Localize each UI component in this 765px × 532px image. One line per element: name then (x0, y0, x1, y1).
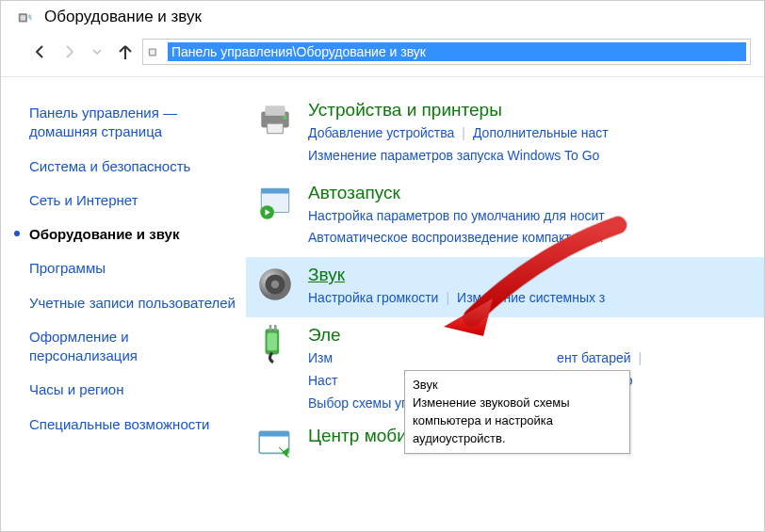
tooltip-body: Изменение звуковой схемы компьютера и на… (413, 395, 622, 448)
autoplay-icon (255, 183, 295, 222)
sidebar: Панель управления — домашняя страница Си… (1, 77, 236, 523)
sidebar-item-appearance[interactable]: Оформление и персонализация (29, 320, 236, 374)
back-button[interactable] (29, 40, 52, 63)
svg-rect-1 (21, 15, 25, 21)
power-title[interactable]: Эле (308, 325, 755, 347)
devices-link-more[interactable]: Дополнительные наст (473, 125, 609, 140)
power-link-1b[interactable]: ент батарей (557, 350, 630, 365)
devices-link-add[interactable]: Добавление устройства (308, 125, 454, 140)
devices-link-togo[interactable]: Изменение параметров запуска Windows To … (308, 148, 599, 163)
category-devices: Устройства и принтеры Добавление устройс… (246, 92, 764, 175)
hardware-sound-icon (16, 7, 37, 27)
sidebar-item-hardware[interactable]: Оборудование и звук (29, 218, 236, 251)
svg-rect-6 (268, 123, 284, 134)
svg-rect-9 (261, 188, 288, 193)
up-button[interactable] (114, 40, 137, 63)
power-link-1a[interactable]: Изм (308, 350, 333, 365)
devices-title[interactable]: Устройства и принтеры (308, 100, 755, 122)
sidebar-item-clock[interactable]: Часы и регион (29, 373, 236, 407)
printer-icon (255, 100, 295, 139)
svg-rect-15 (269, 325, 272, 330)
forward-button[interactable] (57, 40, 80, 63)
autoplay-link-cd[interactable]: Автоматическое воспроизведение компакт-д… (308, 230, 603, 245)
sidebar-home[interactable]: Панель управления — домашняя страница (29, 96, 236, 150)
svg-point-7 (283, 116, 286, 120)
navbar: Панель управления\Оборудование и звук (1, 31, 764, 77)
recent-dropdown[interactable] (86, 40, 108, 63)
address-icon (147, 43, 164, 60)
main-panel: Устройства и принтеры Добавление устройс… (236, 77, 764, 523)
power-icon (255, 325, 295, 364)
sound-link-system[interactable]: Изменение системных з (457, 290, 605, 305)
address-bar[interactable]: Панель управления\Оборудование и звук (142, 39, 751, 65)
sidebar-item-network[interactable]: Сеть и Интернет (29, 184, 236, 218)
svg-rect-17 (268, 332, 278, 350)
window-title: Оборудование и звук (44, 8, 202, 26)
autoplay-title[interactable]: Автозапуск (308, 183, 755, 205)
sidebar-item-programs[interactable]: Программы (29, 251, 236, 285)
svg-rect-3 (150, 50, 155, 55)
content: Панель управления — домашняя страница Си… (1, 77, 764, 523)
category-autoplay: Автозапуск Настройка параметров по умолч… (246, 175, 764, 258)
svg-rect-19 (259, 432, 289, 437)
autoplay-link-defaults[interactable]: Настройка параметров по умолчанию для но… (308, 208, 605, 223)
speaker-icon (255, 265, 295, 304)
sidebar-item-system[interactable]: Система и безопасность (29, 150, 236, 184)
mobility-icon (255, 426, 295, 465)
svg-rect-16 (274, 325, 277, 330)
sound-title[interactable]: Звук (308, 265, 755, 287)
address-text[interactable]: Панель управления\Оборудование и звук (168, 42, 746, 61)
sound-link-volume[interactable]: Настройка громкости (308, 290, 438, 305)
sidebar-item-users[interactable]: Учетные записи пользователей (29, 286, 236, 320)
svg-rect-5 (266, 105, 285, 116)
power-link-2a[interactable]: Наст (308, 373, 337, 388)
titlebar: Оборудование и звук (1, 1, 764, 31)
category-sound: Звук Настройка громкости|Изменение систе… (246, 257, 764, 317)
svg-point-13 (271, 281, 279, 288)
tooltip-title: Звук (413, 377, 622, 395)
tooltip: Звук Изменение звуковой схемы компьютера… (404, 370, 630, 454)
sidebar-item-accessibility[interactable]: Специальные возможности (29, 408, 236, 442)
